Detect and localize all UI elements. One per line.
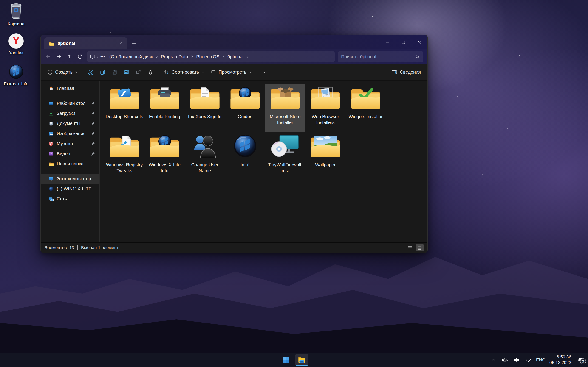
- share-button[interactable]: [132, 66, 145, 78]
- folder-software-box-icon: [311, 86, 340, 111]
- sidebar-item-network[interactable]: Сеть: [43, 194, 98, 204]
- refresh-icon: [77, 54, 83, 59]
- sidebar-item-drive-i[interactable]: (I:) WIN11X-LITE: [43, 184, 98, 194]
- maximize-button[interactable]: [395, 35, 411, 49]
- chevron-down-icon: [75, 71, 78, 74]
- copy-button[interactable]: [97, 66, 109, 78]
- up-button[interactable]: [64, 51, 75, 62]
- file-item-web-browser-installers[interactable]: Web Browser Installers: [305, 84, 346, 132]
- details-pane-button[interactable]: Сведения: [388, 66, 424, 78]
- file-item-change-user-name[interactable]: Change User Name: [185, 132, 225, 181]
- breadcrumb-item-phoenixos[interactable]: PhoenixOS: [194, 54, 221, 59]
- sidebar-item-music[interactable]: Музыка: [43, 139, 98, 149]
- sidebar-item-downloads[interactable]: Загрузки: [43, 108, 98, 118]
- installer-disc-icon: [270, 134, 300, 159]
- file-item-windows-registry-tweaks[interactable]: Windows Registry Tweaks: [104, 132, 145, 181]
- file-item-info[interactable]: Info!: [225, 132, 265, 181]
- downloads-icon: [48, 111, 54, 116]
- sidebar-item-new-folder[interactable]: Новая папка: [43, 159, 98, 169]
- tray-overflow-button[interactable]: [490, 355, 497, 365]
- rename-button[interactable]: [121, 66, 132, 78]
- minimize-button[interactable]: [379, 35, 395, 49]
- paste-button[interactable]: [109, 66, 121, 78]
- sidebar-item-desktop[interactable]: Рабочий стол: [43, 98, 98, 108]
- search-input[interactable]: [341, 54, 415, 59]
- file-item-microsoft-store-installer[interactable]: Microsoft Store Installer: [265, 84, 305, 132]
- file-item-tinywall-firewall-msi[interactable]: TinyWallFirewall.msi: [265, 132, 305, 181]
- sort-button[interactable]: Сортировать: [160, 66, 208, 78]
- chevron-right-icon: [246, 55, 249, 58]
- details-view-button[interactable]: [406, 244, 414, 251]
- file-explorer-icon: [297, 356, 306, 364]
- new-tab-button[interactable]: [129, 39, 138, 48]
- breadcrumb-item-optional[interactable]: 0ptional: [225, 54, 246, 59]
- volume-indicator[interactable]: [513, 355, 520, 365]
- language-indicator[interactable]: ENG: [536, 357, 545, 362]
- folder-icon: [48, 41, 54, 46]
- desktop-icon-recycle-bin[interactable]: ♻ Корзина: [4, 2, 28, 27]
- start-button[interactable]: [279, 354, 293, 366]
- desktop-icon-yandex[interactable]: Y Yandex: [4, 33, 28, 56]
- file-item-wallpaper[interactable]: Wallpaper: [305, 132, 346, 181]
- file-item-fix-xbox-sign-in[interactable]: Fix Xbox Sign In: [185, 84, 225, 132]
- more-options-button[interactable]: [259, 66, 271, 78]
- this-pc-icon[interactable]: [90, 54, 95, 60]
- file-item-enable-printing[interactable]: Enable Printing: [145, 84, 185, 132]
- cut-button[interactable]: [85, 66, 97, 78]
- file-item-guides[interactable]: Guides: [225, 84, 265, 132]
- video-icon: [48, 151, 54, 156]
- forward-button[interactable]: [53, 51, 64, 62]
- breadcrumb-item-programdata[interactable]: ProgramData: [159, 54, 190, 59]
- thumbnail-view-button[interactable]: [415, 244, 424, 251]
- refresh-button[interactable]: [75, 51, 85, 62]
- view-button[interactable]: Просмотреть: [208, 66, 255, 78]
- active-app-indicator: [296, 365, 308, 366]
- tab-close-button[interactable]: [117, 40, 125, 47]
- chevron-right-icon: [222, 55, 225, 58]
- copy-icon: [100, 69, 106, 75]
- sidebar-item-pictures[interactable]: Изображения: [43, 128, 98, 139]
- delete-button[interactable]: [145, 66, 156, 78]
- sidebar-item-documents[interactable]: Документы: [43, 118, 98, 128]
- breadcrumb-overflow[interactable]: •••: [99, 54, 106, 59]
- file-item-widgets-installer[interactable]: Widgets Installer: [346, 84, 386, 132]
- sidebar-item-home[interactable]: Главная: [43, 83, 98, 93]
- chevron-down-icon: [249, 71, 252, 74]
- file-item-label: Widgets Installer: [349, 114, 383, 119]
- explorer-tab[interactable]: 0ptional: [44, 37, 127, 49]
- taskbar-center: [279, 354, 309, 366]
- back-button[interactable]: [43, 51, 53, 62]
- search-box: [338, 51, 423, 62]
- sidebar-item-videos[interactable]: Видео: [43, 149, 98, 159]
- pin-icon: [91, 101, 95, 106]
- file-item-label: Guides: [238, 114, 252, 119]
- search-icon[interactable]: [415, 54, 420, 59]
- yandex-letter: Y: [13, 35, 20, 46]
- arrow-left-icon: [45, 54, 51, 59]
- folder-sphere-icon: [150, 134, 180, 159]
- breadcrumb-item-drive[interactable]: (C:) Локальный диск: [107, 54, 155, 59]
- new-button-label: Создать: [55, 69, 73, 75]
- new-button[interactable]: Создать: [44, 66, 81, 78]
- file-item-label: Desktop Shortcuts: [106, 114, 143, 119]
- sidebar-item-label: Главная: [57, 86, 74, 91]
- plus-circle-icon: [47, 69, 53, 75]
- minimize-icon: [386, 41, 389, 44]
- notification-center-button[interactable]: 5: [575, 355, 585, 365]
- tab-title: 0ptional: [58, 41, 117, 46]
- file-item-label: TinyWallFirewall.msi: [267, 162, 304, 174]
- close-button[interactable]: [411, 35, 427, 49]
- clock[interactable]: 8:50:36 06.12.2023: [549, 354, 571, 365]
- file-item-desktop-shortcuts[interactable]: Desktop Shortcuts: [104, 84, 145, 132]
- address-bar: ••• (C:) Локальный диск ProgramData Phoe…: [41, 49, 427, 64]
- desktop-icon-extras-info[interactable]: Extras + Info: [4, 64, 28, 87]
- battery-indicator[interactable]: [501, 355, 509, 365]
- file-explorer-taskbar-button[interactable]: [295, 354, 309, 366]
- file-item-label: Wallpaper: [315, 162, 336, 168]
- chevron-down-icon: [201, 71, 204, 74]
- cut-icon: [88, 69, 94, 75]
- file-item-windows-x-lite-info[interactable]: Windows X-Lite Info: [145, 132, 185, 181]
- file-grid: Desktop Shortcuts Enable Printing: [100, 81, 427, 242]
- wifi-indicator[interactable]: [524, 355, 532, 365]
- sidebar-item-this-pc[interactable]: Этот компьютер: [41, 174, 99, 184]
